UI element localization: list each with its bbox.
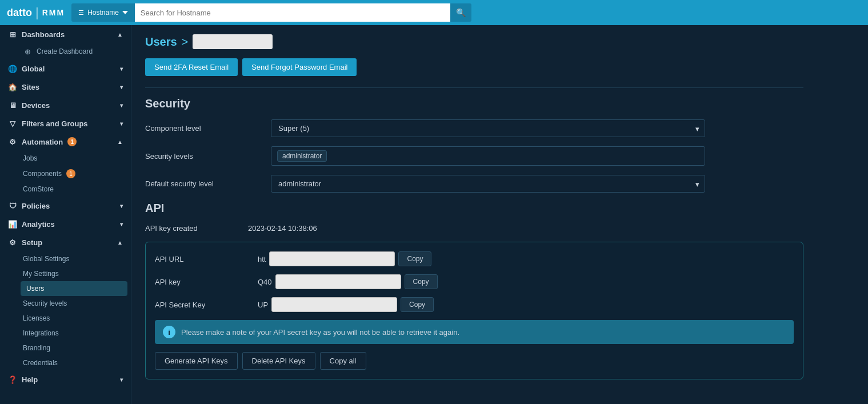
sidebar-item-automation-label: Automation — [22, 138, 63, 146]
send-2fa-button[interactable]: Send 2FA Reset Email — [145, 58, 238, 76]
api-section: API API key created 2023-02-14 10:38:06 … — [145, 202, 803, 379]
components-badge: 1 — [66, 169, 75, 178]
api-key-input[interactable] — [275, 274, 401, 289]
api-key-value: Q40 Copy — [258, 274, 794, 289]
api-url-input[interactable] — [269, 251, 395, 266]
api-key-row: API key Q40 Copy — [155, 274, 794, 289]
api-created-value: 2023-02-14 10:38:06 — [248, 224, 317, 233]
logo-rmm: RMM — [42, 8, 65, 17]
sidebar-item-branding[interactable]: Branding — [17, 341, 131, 355]
sidebar-item-components-label: Components — [23, 170, 62, 178]
topbar: datto | RMM ☰ Hostname 🔍 — [0, 0, 868, 25]
security-levels-label: Security levels — [145, 152, 271, 161]
api-info-text: Please make a note of your API secret ke… — [181, 328, 459, 337]
sidebar-item-jobs-label: Jobs — [23, 154, 37, 162]
sidebar-item-security-levels[interactable]: Security levels — [17, 296, 131, 311]
sidebar-item-global[interactable]: 🌐 Global ▾ — [0, 59, 131, 78]
security-levels-tags[interactable]: administrator — [271, 146, 705, 166]
sidebar-item-global-settings[interactable]: Global Settings — [17, 251, 131, 266]
sidebar-item-components[interactable]: Components 1 — [17, 166, 131, 182]
sidebar-item-create-dashboard[interactable]: ⊕ Create Dashboard — [17, 43, 131, 59]
delete-api-keys-button[interactable]: Delete API Keys — [242, 352, 315, 370]
chevron-up-icon: ▲ — [117, 31, 123, 38]
bar-chart-icon: 📊 — [8, 219, 17, 229]
sidebar-item-setup-label: Setup — [22, 238, 42, 247]
security-title: Security — [145, 97, 803, 110]
sidebar-item-filters-groups[interactable]: ▽ Filters and Groups ▾ — [0, 114, 131, 133]
sidebar-item-devices[interactable]: 🖥 Devices ▾ — [0, 96, 131, 114]
sidebar-item-policies-label: Policies — [22, 202, 50, 210]
question-icon: ❓ — [8, 375, 17, 384]
sidebar-item-my-settings[interactable]: My Settings — [17, 266, 131, 281]
sidebar-item-security-levels-label: Security levels — [23, 299, 67, 307]
sidebar-item-policies[interactable]: 🛡 Policies ▾ — [0, 197, 131, 215]
sidebar-item-devices-label: Devices — [22, 101, 50, 110]
sidebar-item-help[interactable]: ❓ Help ▾ — [0, 370, 131, 389]
sidebar: ⊞ Dashboards ▲ ⊕ Create Dashboard 🌐 Glob… — [0, 25, 131, 404]
search-group: ☰ Hostname 🔍 — [71, 3, 471, 22]
sidebar-item-help-label: Help — [22, 375, 38, 384]
cog-icon: ⚙ — [8, 137, 17, 146]
sidebar-item-filters-groups-label: Filters and Groups — [22, 119, 88, 128]
chevron-down-icon-devices: ▾ — [120, 102, 123, 109]
component-level-label: Component level — [145, 124, 271, 133]
generate-api-keys-button[interactable]: Generate API Keys — [155, 352, 238, 370]
api-url-copy-button[interactable]: Copy — [398, 251, 431, 266]
sidebar-item-automation[interactable]: ⚙ Automation 1 ▲ — [0, 133, 131, 151]
api-key-copy-button[interactable]: Copy — [405, 274, 438, 289]
grid-icon: ⊞ — [8, 30, 17, 39]
default-security-select-wrapper: administrator — [271, 175, 705, 193]
hostname-dropdown[interactable]: ☰ Hostname — [71, 3, 135, 22]
default-security-row: Default security level administrator — [145, 175, 803, 193]
api-created-row: API key created 2023-02-14 10:38:06 — [145, 224, 803, 233]
sidebar-item-credentials[interactable]: Credentials — [17, 355, 131, 370]
api-secret-copy-button[interactable]: Copy — [401, 297, 434, 312]
sidebar-item-sites[interactable]: 🏠 Sites ▾ — [0, 78, 131, 96]
search-input[interactable] — [135, 3, 450, 22]
default-security-label: Default security level — [145, 179, 271, 188]
api-secret-value: UP Copy — [258, 297, 794, 312]
sidebar-item-dashboards[interactable]: ⊞ Dashboards ▲ — [0, 25, 131, 43]
chevron-down-icon-help: ▾ — [120, 377, 123, 383]
api-secret-input[interactable] — [271, 297, 397, 312]
sidebar-item-setup[interactable]: ⚙ Setup ▲ — [0, 233, 131, 251]
plus-circle-icon: ⊕ — [23, 47, 32, 56]
sidebar-item-integrations-label: Integrations — [23, 329, 59, 337]
chevron-down-icon-sites: ▾ — [120, 84, 123, 90]
sidebar-item-create-dashboard-label: Create Dashboard — [37, 47, 93, 55]
info-icon: i — [163, 326, 175, 338]
automation-badge: 1 — [67, 137, 77, 146]
sidebar-item-global-label: Global — [22, 65, 45, 73]
component-level-select[interactable]: Super (5) — [271, 119, 705, 137]
logo: datto | RMM — [7, 5, 65, 20]
send-forgot-password-button[interactable]: Send Forgot Password Email — [242, 58, 357, 76]
sidebar-item-credentials-label: Credentials — [23, 359, 58, 367]
api-info-banner: i Please make a note of your API secret … — [155, 320, 794, 344]
logo-divider: | — [35, 5, 39, 20]
security-section: Security Component level Super (5) Secur… — [145, 97, 803, 193]
administrator-tag: administrator — [277, 150, 327, 162]
api-key-prefix: Q40 — [258, 278, 272, 286]
api-title: API — [145, 202, 803, 215]
sidebar-sub-setup: Global Settings My Settings Users Securi… — [0, 251, 131, 370]
sidebar-item-licenses-label: Licenses — [23, 314, 50, 322]
sidebar-item-users-label: Users — [26, 285, 44, 293]
copy-all-button[interactable]: Copy all — [320, 352, 366, 370]
sidebar-item-licenses[interactable]: Licenses — [17, 311, 131, 326]
api-url-prefix: htt — [258, 255, 266, 263]
home-icon: 🏠 — [8, 82, 17, 91]
sidebar-item-comstore[interactable]: ComStore — [17, 182, 131, 197]
sidebar-item-users[interactable]: Users — [21, 281, 127, 296]
default-security-select[interactable]: administrator — [271, 175, 705, 193]
search-button[interactable]: 🔍 — [450, 3, 471, 22]
api-key-label: API key — [155, 278, 258, 286]
api-secret-prefix: UP — [258, 301, 268, 309]
sidebar-item-integrations[interactable]: Integrations — [17, 326, 131, 341]
chevron-up-icon-automation: ▲ — [117, 139, 123, 145]
security-levels-control: administrator — [271, 146, 705, 166]
component-level-row: Component level Super (5) — [145, 119, 803, 137]
sidebar-item-jobs[interactable]: Jobs — [17, 151, 131, 166]
filter-icon: ▽ — [8, 119, 17, 128]
sidebar-item-analytics[interactable]: 📊 Analytics ▾ — [0, 215, 131, 233]
api-created-label: API key created — [145, 224, 248, 233]
